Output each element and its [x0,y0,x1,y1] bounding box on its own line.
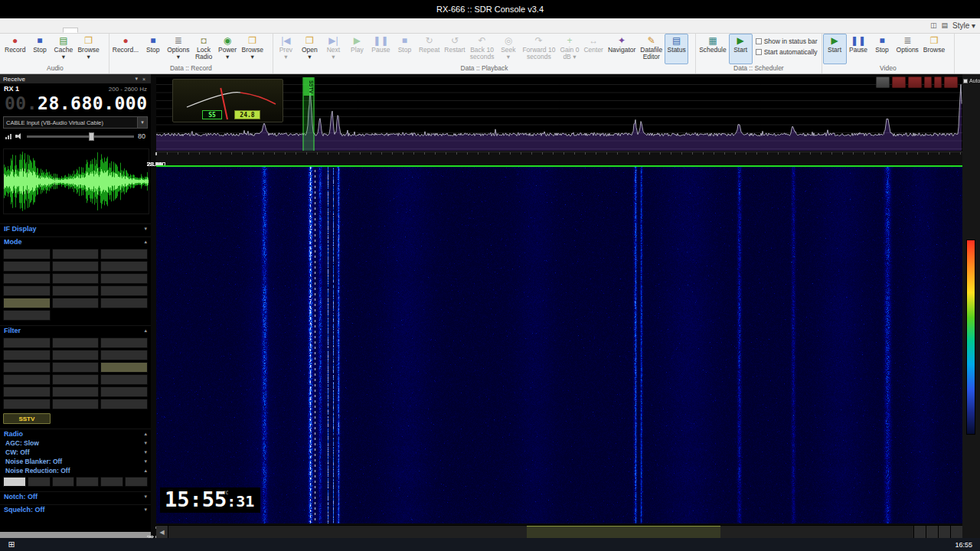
ribbon-button[interactable]: ↷ Forward 10 seconds [520,34,557,64]
ribbon-tab[interactable] [2,28,17,33]
filter-button-sstv[interactable]: SSTV [3,413,51,424]
taskbar-clock[interactable]: 16:55 [949,541,977,549]
filter-button[interactable] [3,362,51,373]
ribbon-button[interactable]: ✎ Datafile Editor [638,34,665,64]
panel-menu-icon[interactable]: ▾ [132,76,140,82]
ribbon-tab[interactable] [124,28,139,33]
ribbon-button[interactable]: ❐ Browse [921,34,947,64]
ribbon-button[interactable]: ◎ Seek ▾ [496,34,520,64]
mode-button[interactable] [3,285,51,296]
scrollbar-button[interactable] [913,526,926,538]
ribbon-button[interactable]: ▤ Cache ▾ [51,34,75,64]
scrollbar-button[interactable] [926,526,938,538]
taskbar-app-icon[interactable] [86,539,100,550]
sstv-band-marker[interactable]: SSTV [303,77,315,151]
filter-button[interactable] [3,374,51,385]
ribbon-tab[interactable] [78,28,93,33]
filter-button[interactable] [100,399,148,409]
ribbon-button[interactable]: ■ Stop [393,34,416,64]
radio-setting-row[interactable]: AGC: Slow ▾ [0,439,151,448]
ribbon-button[interactable]: ❚❚ Pause [369,34,393,64]
mode-button[interactable] [52,285,100,296]
filter-button[interactable] [52,350,100,360]
radio-setting-row[interactable]: Noise Reduction: Off ▴ [0,466,151,475]
ribbon-button[interactable]: ▶ Start [823,34,847,64]
filter-button[interactable] [52,374,100,385]
ribbon-tab[interactable] [47,28,63,33]
filter-button[interactable] [100,337,148,348]
ribbon-button[interactable]: ▤ Status [665,34,688,64]
ribbon-tab[interactable] [63,28,78,33]
filter-button[interactable] [52,362,100,373]
window-control-button[interactable] [952,0,977,18]
section-mode[interactable]: Mode ▴ [0,236,151,246]
nr-button[interactable] [100,477,123,487]
ribbon-button[interactable]: ◉ Power ▾ [216,34,240,64]
section-squelch[interactable]: Squelch: Off ▾ [0,504,151,514]
speaker-icon[interactable] [15,132,23,140]
dropdown-arrow-icon[interactable]: ▾ [137,117,147,128]
ribbon-button[interactable]: ↔ Center [581,34,606,64]
radio-setting-row[interactable]: Noise Blanker: Off ▾ [0,457,151,466]
frequency-display[interactable]: 00.28.680.000 [0,93,151,115]
window-control-button[interactable] [903,0,928,18]
waterfall-colorbar[interactable] [966,240,975,435]
ribbon-button[interactable]: ▶| Next ▾ [322,34,345,64]
audio-device-dropdown[interactable]: CABLE Input (VB-Audio Virtual Cable) ▾ [3,116,148,129]
ribbon-tab[interactable] [93,28,109,33]
ribbon-tab[interactable] [32,28,47,33]
ribbon-tab[interactable] [109,28,124,33]
ribbon-tab[interactable] [17,28,32,33]
ribbon-button[interactable]: ▶ Start [729,34,753,64]
ribbon-button[interactable]: ❚❚ Pause [847,34,871,64]
filter-button[interactable] [100,374,148,385]
filter-button[interactable] [3,386,51,397]
ribbon-button[interactable]: ✦ Navigator [606,34,638,64]
ribbon-button[interactable]: ● Record [2,34,28,64]
volume-slider[interactable] [27,135,134,138]
section-radio[interactable]: Radio ▴ [0,429,151,439]
spectrum-control-button[interactable] [876,77,890,88]
panel-close-icon[interactable]: × [140,77,148,82]
spectrum-control-button[interactable] [924,77,932,88]
radio-setting-row[interactable]: CW: Off ▾ [0,448,151,457]
mode-button[interactable] [3,249,51,259]
filter-button[interactable] [100,386,148,397]
mode-button[interactable] [52,298,100,308]
filter-button[interactable] [3,350,51,360]
ribbon-button[interactable]: ▦ Schedule [697,34,728,64]
nr-button[interactable] [76,477,99,487]
ribbon-button[interactable]: ■ Stop [141,34,165,64]
ribbon-button[interactable]: ● Record... [110,34,142,64]
spectrum-control-button[interactable] [908,77,922,88]
mode-button[interactable] [100,249,148,259]
filter-button[interactable] [3,399,51,409]
ribbon-button[interactable]: ▶ Play [345,34,369,64]
ribbon-button[interactable]: ◘ Lock Radio [192,34,216,64]
spectrum-control-button[interactable] [892,77,906,88]
mode-button[interactable] [52,249,100,259]
nr-button[interactable] [125,477,148,487]
taskbar-app-icon[interactable] [102,539,116,550]
ribbon-button[interactable]: ❐ Browse ▾ [75,34,101,64]
ribbon-button[interactable]: ↶ Back 10 seconds [468,34,497,64]
filter-button[interactable] [3,337,51,348]
taskbar-app-icon[interactable] [21,539,36,550]
start-button[interactable]: ⊞ [3,539,20,550]
mode-button[interactable] [100,298,148,308]
filter-button[interactable] [100,362,148,373]
mode-button[interactable] [3,261,51,272]
ribbon-checkbox[interactable]: Show in status bar [756,37,818,45]
filter-button[interactable] [52,386,100,397]
nr-button[interactable] [3,477,26,487]
nr-button[interactable] [52,477,75,487]
spectrum-control-button[interactable] [934,77,942,88]
ribbon-button[interactable]: + Gain 0 dB ▾ [557,34,581,64]
ribbon-button[interactable]: ≣ Options [894,34,921,64]
mode-button[interactable] [52,261,100,272]
mode-button[interactable] [100,273,148,284]
waterfall-canvas[interactable] [156,167,962,523]
panels-icon[interactable]: ▤ [941,21,948,29]
scroll-left-button[interactable]: ◀ [156,526,168,538]
section-if-display[interactable]: IF Display ▾ [0,223,151,233]
